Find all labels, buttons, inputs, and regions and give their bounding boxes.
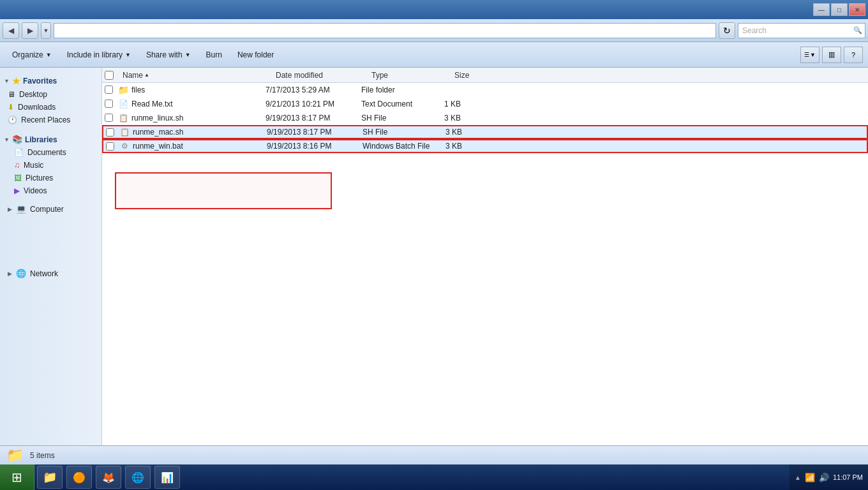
taskbar-explorer-button[interactable]: 📁 xyxy=(37,466,63,489)
help-icon: ? xyxy=(851,51,855,59)
share-label: Share with xyxy=(146,50,183,59)
burn-label: Burn xyxy=(206,50,222,59)
col-type-header[interactable]: Type xyxy=(369,71,452,80)
maximize-button[interactable]: □ xyxy=(831,3,848,16)
file-name-cell: files xyxy=(129,85,263,94)
organize-dropdown-icon: ▼ xyxy=(46,52,52,58)
file-name-cell: runme_mac.sh xyxy=(130,128,264,137)
sidebar-item-desktop[interactable]: 🖥 Desktop xyxy=(0,88,101,101)
minimize-button[interactable]: — xyxy=(813,3,830,16)
sidebar-item-computer[interactable]: ▶ 💻 Computer xyxy=(0,202,101,216)
file-size-cell: 3 KB xyxy=(442,114,493,122)
sidebar-item-downloads[interactable]: ⬇ Downloads xyxy=(0,101,101,114)
network-expand-icon: ▶ xyxy=(8,271,12,277)
taskbar: ⊞ 📁 🟠 🦊 🌐 📊 ▲ 📶 🔊 11:07 PM xyxy=(0,464,868,490)
row-checkbox-cell xyxy=(102,100,117,108)
row-checkbox[interactable] xyxy=(105,114,113,122)
status-folder-icon: 📁 xyxy=(6,447,24,464)
refresh-button[interactable]: ↻ xyxy=(719,22,735,39)
table-row[interactable]: 📋 runme_linux.sh 9/19/2013 8:17 PM SH Fi… xyxy=(102,111,868,125)
file-date-cell: 9/19/2013 8:16 PM xyxy=(264,142,360,151)
file-icon-cell: 📄 xyxy=(117,98,129,110)
libraries-label: Libraries xyxy=(25,135,57,144)
file-type-cell: SH File xyxy=(359,114,442,122)
file-size-cell: 3 KB xyxy=(443,128,494,137)
network-tray-icon[interactable]: 📶 xyxy=(805,473,815,482)
view-details-button[interactable]: ☰ ▼ xyxy=(800,47,819,63)
title-bar: — □ ✕ xyxy=(0,0,868,19)
col-date-header[interactable]: Date modified xyxy=(273,71,369,80)
help-button[interactable]: ? xyxy=(844,47,863,63)
burn-button[interactable]: Burn xyxy=(199,45,229,64)
sidebar-libraries-header[interactable]: ▼ 📚 Libraries xyxy=(0,131,101,146)
back-button[interactable]: ◀ xyxy=(3,22,19,39)
address-input[interactable] xyxy=(54,23,716,38)
file-rows: 📁 files 7/17/2013 5:29 AM File folder 📄 … xyxy=(102,83,868,445)
downloads-label: Downloads xyxy=(18,103,56,112)
table-row[interactable]: ⚙ runme_win.bat 9/19/2013 8:16 PM Window… xyxy=(102,139,868,153)
organize-button[interactable]: Organize ▼ xyxy=(5,45,59,64)
file-icon-cell: 📋 xyxy=(119,126,130,138)
tray-arrow-icon[interactable]: ▲ xyxy=(795,474,801,481)
row-checkbox[interactable] xyxy=(106,128,114,137)
file-list-wrapper: Name ▲ Date modified Type Size 📁 files 7… xyxy=(102,68,868,445)
forward-button[interactable]: ▶ xyxy=(22,22,38,39)
include-in-library-button[interactable]: Include in library ▼ xyxy=(60,45,138,64)
libraries-icon: 📚 xyxy=(12,135,22,144)
file-type-cell: Text Document xyxy=(359,100,442,108)
row-checkbox[interactable] xyxy=(105,100,113,108)
sidebar-item-videos[interactable]: ▶ Videos xyxy=(0,184,101,197)
pictures-label: Pictures xyxy=(26,174,53,182)
music-label: Music xyxy=(24,161,43,170)
taskbar-app3-button[interactable]: 🌐 xyxy=(125,466,151,489)
start-button[interactable]: ⊞ xyxy=(0,464,34,490)
start-icon: ⊞ xyxy=(11,470,22,485)
table-row[interactable]: 📁 files 7/17/2013 5:29 AM File folder xyxy=(102,83,868,97)
file-name-cell: runme_linux.sh xyxy=(129,114,263,122)
favorites-label: Favorites xyxy=(23,77,57,85)
search-icon: 🔍 xyxy=(853,26,862,34)
close-button[interactable]: ✕ xyxy=(849,3,865,16)
row-checkbox-cell xyxy=(103,128,119,137)
file-date-cell: 9/19/2013 8:17 PM xyxy=(263,114,359,122)
file-icon-cell: 📁 xyxy=(117,84,129,96)
col-name-header[interactable]: Name ▲ xyxy=(120,71,273,80)
sidebar-item-music[interactable]: ♫ Music xyxy=(0,159,101,172)
share-with-button[interactable]: Share with ▼ xyxy=(139,45,198,64)
system-tray: ▲ 📶 🔊 11:07 PM xyxy=(789,464,868,490)
sidebar-item-pictures[interactable]: 🖼 Pictures xyxy=(0,172,101,184)
sidebar-item-documents[interactable]: 📄 Documents xyxy=(0,146,101,159)
row-checkbox[interactable] xyxy=(105,85,113,94)
col-size-header[interactable]: Size xyxy=(452,71,503,80)
sidebar-item-recent-places[interactable]: 🕐 Recent Places xyxy=(0,114,101,126)
sidebar-favorites-header[interactable]: ▼ ★ Favorites xyxy=(0,73,101,88)
dropdown-button[interactable]: ▼ xyxy=(41,22,51,39)
sidebar-item-network[interactable]: ▶ 🌐 Network xyxy=(0,267,101,280)
col-check-header xyxy=(105,71,120,80)
item-count: 5 items xyxy=(30,451,55,460)
file-size-cell: 1 KB xyxy=(442,100,493,108)
taskbar-app1-button[interactable]: 🟠 xyxy=(66,466,92,489)
search-dropdown[interactable]: Search 🔍 xyxy=(738,23,865,38)
folder-icon: 📁 xyxy=(118,85,129,95)
file-name-cell: runme_win.bat xyxy=(130,142,264,151)
preview-pane-button[interactable]: ▥ xyxy=(822,47,841,63)
txt-icon: 📄 xyxy=(119,100,128,108)
table-row[interactable]: 📄 Read Me.txt 9/21/2013 10:21 PM Text Do… xyxy=(102,97,868,111)
row-checkbox-cell xyxy=(102,85,117,94)
computer-expand-icon: ▶ xyxy=(8,206,12,212)
include-label: Include in library xyxy=(67,50,123,59)
select-all-checkbox[interactable] xyxy=(105,71,114,80)
sh-icon: 📋 xyxy=(119,114,128,122)
taskbar-app2-button[interactable]: 🦊 xyxy=(96,466,121,489)
taskbar-app4-button[interactable]: 📊 xyxy=(154,466,180,489)
search-placeholder: Search xyxy=(738,26,853,35)
table-row[interactable]: 📋 runme_mac.sh 9/19/2013 8:17 PM SH File… xyxy=(102,125,868,139)
file-size-cell: 3 KB xyxy=(443,142,494,151)
volume-tray-icon[interactable]: 🔊 xyxy=(819,473,829,482)
row-checkbox[interactable] xyxy=(106,142,114,151)
new-folder-button[interactable]: New folder xyxy=(230,45,281,64)
file-type-cell: File folder xyxy=(359,85,442,94)
file-type-cell: SH File xyxy=(360,128,443,137)
row-checkbox-cell xyxy=(103,142,119,151)
